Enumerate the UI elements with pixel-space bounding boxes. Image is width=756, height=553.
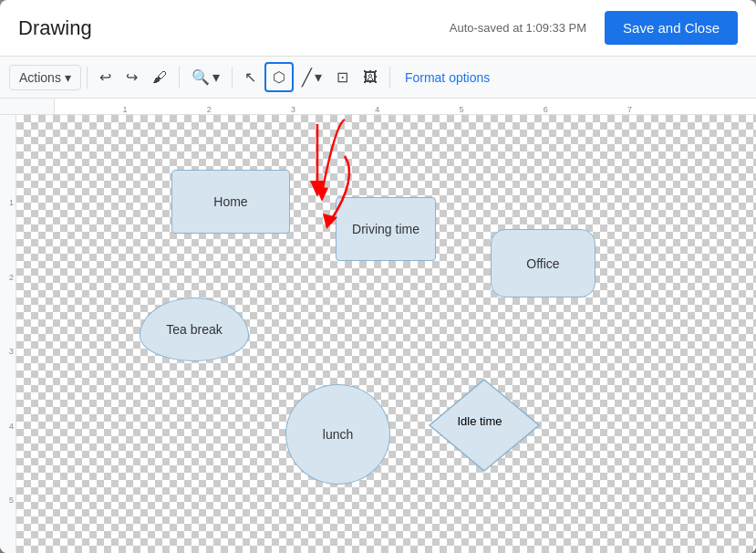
ruler-corner: [0, 99, 55, 114]
shape-driving-time-label: Driving time: [352, 222, 419, 236]
save-close-button[interactable]: Save and Close: [605, 11, 738, 45]
line-icon: ╱: [302, 68, 312, 88]
toolbar-divider-3: [232, 67, 233, 89]
ruler-v-mark-5: 5: [9, 496, 14, 505]
shape-driving-time[interactable]: Driving time: [336, 197, 436, 261]
undo-button[interactable]: ↩: [93, 64, 118, 90]
autosave-text: Auto-saved at 1:09:33 PM: [450, 21, 586, 35]
drawing-modal: Drawing Auto-saved at 1:09:33 PM Save an…: [0, 0, 756, 553]
horizontal-ruler: 1 2 3 4 5 6 7: [0, 99, 756, 115]
ruler-v-mark-4: 4: [9, 422, 14, 431]
shape-lunch[interactable]: lunch: [285, 384, 390, 485]
image-icon: 🖼: [363, 69, 378, 86]
modal-header: Drawing Auto-saved at 1:09:33 PM Save an…: [0, 0, 756, 57]
ruler-mark-1: 1: [122, 105, 127, 114]
image-button[interactable]: 🖼: [357, 65, 384, 90]
toolbar: Actions ▾ ↩ ↪ 🖌 🔍 ▾ ↖: [0, 57, 756, 99]
toolbar-divider-2: [179, 67, 180, 89]
ruler-mark-3: 3: [291, 105, 295, 114]
shape-tea-break[interactable]: Tea break: [140, 297, 249, 361]
actions-label: Actions: [19, 70, 61, 85]
ruler-mark-2: 2: [207, 105, 212, 114]
ruler-v-mark-2: 2: [9, 273, 14, 282]
shape-home[interactable]: Home: [171, 170, 290, 234]
ruler-mark-7: 7: [627, 105, 632, 114]
paint-format-button[interactable]: 🖌: [146, 65, 173, 90]
zoom-button[interactable]: 🔍 ▾: [185, 64, 226, 90]
shape-idle-time-label: Idle time: [457, 414, 502, 428]
line-chevron: ▾: [315, 68, 322, 86]
ruler-mark-4: 4: [375, 105, 379, 114]
shape-home-label: Home: [213, 194, 247, 209]
shape-tea-break-label: Tea break: [166, 322, 222, 337]
shape-lunch-label: lunch: [323, 427, 353, 442]
ruler-mark-6: 6: [544, 105, 548, 114]
ruler-marks: 1 2 3 4 5 6 7: [55, 99, 756, 114]
svg-marker-3: [316, 186, 328, 202]
line-button[interactable]: ╱ ▾: [295, 63, 328, 92]
zoom-chevron: ▾: [212, 68, 220, 86]
undo-icon: ↩: [99, 68, 111, 86]
chevron-down-icon: ▾: [65, 70, 71, 85]
cursor-icon: ↖: [244, 68, 256, 86]
toolbar-divider-1: [87, 67, 88, 89]
actions-button[interactable]: Actions ▾: [9, 65, 81, 90]
ruler-v-mark-1: 1: [9, 198, 14, 207]
toolbar-divider-4: [389, 67, 390, 89]
redo-icon: ↪: [126, 68, 138, 86]
shape-insert-button[interactable]: ⬡: [264, 62, 294, 92]
shape-office-label: Office: [526, 256, 559, 271]
textbox-icon: ⊡: [337, 68, 348, 86]
text-box-button[interactable]: ⊡: [330, 64, 355, 90]
modal-overlay: Drawing Auto-saved at 1:09:33 PM Save an…: [0, 0, 756, 553]
vertical-ruler: 1 2 3 4 5: [0, 115, 16, 553]
svg-marker-2: [310, 181, 325, 197]
paint-icon: 🖌: [152, 69, 167, 86]
ruler-v-mark-3: 3: [9, 347, 14, 356]
canvas-container: 1 2 3 4 5 Home Driving time Office: [0, 115, 756, 553]
drawing-canvas[interactable]: Home Driving time Office Tea break lunch: [16, 115, 756, 553]
shape-idle-time[interactable]: Idle time: [425, 375, 534, 466]
format-options-button[interactable]: Format options: [396, 66, 499, 89]
select-button[interactable]: ↖: [238, 64, 263, 90]
ruler-mark-5: 5: [460, 105, 464, 114]
shape-office[interactable]: Office: [491, 229, 595, 297]
redo-button[interactable]: ↪: [119, 64, 144, 90]
shape-icon: ⬡: [273, 68, 285, 86]
zoom-icon: 🔍: [192, 68, 210, 86]
modal-title: Drawing: [18, 16, 92, 40]
